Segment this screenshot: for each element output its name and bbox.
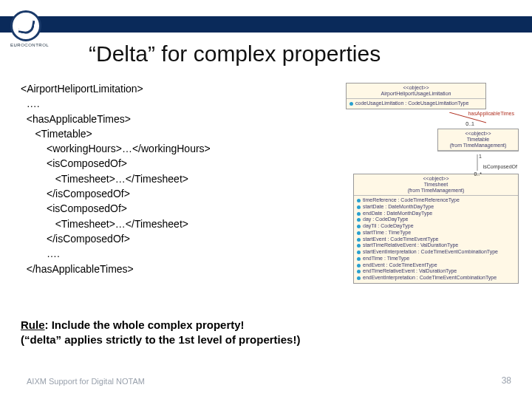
logo-text: EUROCONTROL xyxy=(10,43,58,47)
uml-box-timetable: <<object>> Timetable (from TimeManagemen… xyxy=(437,129,519,151)
slide-title: “Delta” for complex properties xyxy=(89,41,381,66)
uml-mult: 0..1 xyxy=(466,121,474,126)
code-block: <AirportHeliportLimitation> …. <hasAppli… xyxy=(21,81,338,276)
uml-attr: endEventInterpretation : CodeTimeEventCo… xyxy=(357,275,515,282)
uml-mult: 1 xyxy=(479,154,482,159)
uml-mult: 0..* xyxy=(474,171,482,177)
uml-name: Timesheet xyxy=(357,182,515,188)
uml-box-limitation: <<object>> AirportHeliportUsageLimitatio… xyxy=(346,83,486,109)
rule-line1: : Include the whole complex property! xyxy=(45,318,245,331)
uml-attr: startTimeRelativeEvent : ValDurationType xyxy=(357,242,515,249)
uml-stereo: <<object>> xyxy=(441,131,515,137)
uml-name: AirportHeliportUsageLimitation xyxy=(349,91,482,97)
rule-text: Rule: Include the whole complex property… xyxy=(21,318,300,348)
uml-box-timesheet: <<object>> Timesheet (from TimeManagemen… xyxy=(353,174,519,284)
uml-attr: endDate : DateMonthDayType xyxy=(357,211,515,217)
uml-attr: startEventInterpretation : CodeTimeEvent… xyxy=(357,249,515,256)
uml-attr: startTime : TimeType xyxy=(357,230,515,236)
uml-name: Timetable xyxy=(441,137,515,143)
uml-assoc-name: hasApplicableTimes xyxy=(468,111,514,116)
uml-from: (from TimeManagement) xyxy=(357,188,515,194)
uml-assoc-name: isComposedOf xyxy=(483,164,517,169)
uml-attr: startEvent : CodeTimeEventType xyxy=(357,236,515,243)
uml-attr: day : CodeDayType xyxy=(357,216,515,223)
uml-stereo: <<object>> xyxy=(349,85,482,91)
page-number: 38 xyxy=(502,375,511,386)
uml-attr: dayTil : CodeDayType xyxy=(357,223,515,230)
uml-attr: endTimeRelativeEvent : ValDurationType xyxy=(357,268,515,275)
uml-attr: endTime : TimeType xyxy=(357,256,515,262)
header-bar xyxy=(0,16,532,33)
uml-attr: endEvent : CodeTimeEventType xyxy=(357,262,515,269)
eurocontrol-logo: EUROCONTROL xyxy=(10,10,58,58)
uml-from: (from TimeManagement) xyxy=(441,143,515,149)
uml-diagram: <<object>> AirportHeliportUsageLimitatio… xyxy=(346,83,519,287)
uml-attr: timeReference : CodeTimeReferenceType xyxy=(357,197,515,204)
footer-left: AIXM Support for Digital NOTAM xyxy=(27,377,145,386)
rule-line2: (“delta” applies strictly to the 1st lev… xyxy=(21,332,300,347)
uml-stereo: <<object>> xyxy=(357,176,515,182)
rule-label: Rule xyxy=(21,318,45,331)
uml-attr: startDate : DateMonthDayType xyxy=(357,204,515,211)
uml-attr: codeUsageLimitation : CodeUsageLimitatio… xyxy=(355,100,468,107)
